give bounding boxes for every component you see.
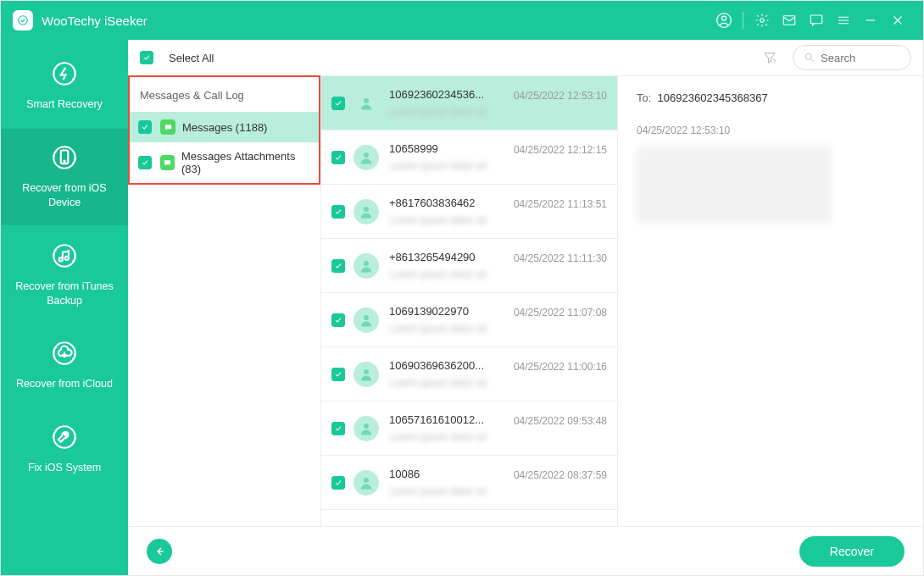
close-icon[interactable] [884, 7, 911, 34]
svg-point-21 [364, 369, 369, 374]
mail-icon[interactable] [776, 7, 803, 34]
to-label: To: [637, 91, 651, 104]
category-messages-attachments[interactable]: Messages Attachments (83) [130, 142, 319, 183]
message-item[interactable]: +8617603836462 Lorem ipsum dolor sit 04/… [321, 185, 617, 239]
category-checkbox[interactable] [138, 120, 152, 134]
avatar-icon [353, 470, 379, 496]
search-box[interactable] [793, 45, 911, 70]
message-number: 1069139022970 [389, 305, 507, 318]
recover-button[interactable]: Recover [799, 536, 905, 567]
message-time: 04/25/2022 09:53:48 [514, 415, 607, 427]
svg-point-2 [722, 16, 726, 20]
message-time: 04/25/2022 11:00:16 [514, 361, 607, 373]
app-logo [13, 10, 33, 30]
message-checkbox[interactable] [331, 151, 345, 164]
message-item[interactable]: 10086 Lorem ipsum dolor sit 04/25/2022 0… [321, 456, 617, 510]
svg-point-15 [805, 53, 811, 59]
minimize-icon[interactable] [857, 7, 884, 34]
message-preview: Lorem ipsum dolor sit [389, 269, 507, 280]
svg-point-23 [364, 478, 369, 483]
svg-point-3 [760, 19, 765, 23]
message-checkbox[interactable] [331, 368, 345, 381]
message-checkbox[interactable] [331, 205, 345, 219]
category-checkbox[interactable] [138, 156, 152, 169]
select-all-checkbox[interactable] [140, 51, 153, 64]
svg-point-6 [53, 63, 75, 85]
svg-point-16 [364, 98, 369, 103]
main-panel: Select All Messages & Call Log Message [128, 40, 923, 575]
sidebar-item-label: Smart Recovery [6, 97, 123, 112]
sidebar-item-recover-itunes[interactable]: Recover from iTunes Backup [1, 227, 128, 324]
avatar-icon [353, 307, 379, 333]
back-button[interactable] [147, 539, 172, 564]
message-preview: Lorem ipsum dolor sit [389, 431, 507, 443]
message-preview: Lorem ipsum dolor sit [389, 323, 507, 335]
detail-to: To: 106923602345368367 [637, 91, 905, 104]
avatar-icon [353, 253, 379, 279]
sidebar-item-label: Recover from iOS Device [6, 181, 123, 210]
feedback-icon[interactable] [803, 7, 830, 34]
account-icon[interactable] [710, 7, 738, 34]
detail-timestamp: 04/25/2022 12:53:10 [637, 125, 905, 136]
svg-point-17 [364, 152, 369, 158]
avatar-icon [353, 199, 379, 224]
message-checkbox[interactable] [331, 476, 345, 490]
svg-point-18 [364, 207, 369, 212]
category-messages[interactable]: Messages (1188) [130, 112, 319, 142]
avatar-icon [353, 416, 379, 441]
svg-point-0 [19, 16, 28, 25]
message-time: 04/25/2022 11:13:51 [514, 198, 607, 210]
svg-point-19 [364, 261, 369, 266]
filter-button[interactable] [759, 47, 781, 69]
highlight-box: Messages & Call Log Messages (1188) Mess… [128, 75, 320, 185]
sidebar-item-recover-ios[interactable]: Recover from iOS Device [1, 129, 128, 225]
app-title: WooTechy iSeeker [42, 14, 148, 28]
message-time: 04/25/2022 12:12:15 [514, 144, 607, 156]
category-column: Messages & Call Log Messages (1188) Mess… [128, 76, 321, 526]
category-label: Messages Attachments (83) [181, 150, 310, 175]
message-checkbox[interactable] [331, 259, 345, 273]
message-number: +8617603836462 [389, 197, 507, 209]
message-time: 04/25/2022 12:53:10 [514, 90, 607, 102]
avatar-icon [353, 145, 379, 170]
message-time: 04/25/2022 08:37:59 [514, 469, 607, 481]
message-preview: Lorem ipsum dolor sit [389, 485, 507, 497]
message-checkbox[interactable] [331, 313, 345, 327]
detail-panel: To: 106923602345368367 04/25/2022 12:53:… [618, 76, 923, 526]
message-preview: Lorem ipsum dolor sit [389, 160, 507, 172]
sidebar-item-label: Recover from iCloud [6, 377, 123, 391]
toolbar: Select All [128, 40, 923, 75]
menu-icon[interactable] [830, 7, 857, 34]
message-number: 10086 [389, 468, 507, 480]
category-label: Messages (1188) [182, 121, 267, 134]
avatar-icon [353, 91, 379, 116]
message-checkbox[interactable] [331, 422, 345, 435]
svg-point-22 [364, 424, 369, 429]
message-checkbox[interactable] [331, 97, 345, 110]
sidebar-item-smart-recovery[interactable]: Smart Recovery [1, 45, 128, 127]
message-number: 10657161610012... [389, 413, 507, 426]
message-item[interactable]: 10690369636200... Lorem ipsum dolor sit … [321, 347, 617, 402]
search-input[interactable] [821, 52, 897, 64]
message-time: 04/25/2022 11:07:08 [514, 307, 607, 318]
category-header: Messages & Call Log [130, 77, 319, 112]
footer: Recover [128, 526, 923, 575]
message-item[interactable]: 10658999 Lorem ipsum dolor sit 04/25/202… [321, 130, 617, 185]
message-item[interactable]: 1069139022970 Lorem ipsum dolor sit 04/2… [321, 293, 617, 347]
message-item[interactable]: 10692360234536... Lorem ipsum dolor sit … [321, 76, 617, 130]
app-window: WooTechy iSeeker Smart Recovery Recover … [0, 0, 924, 576]
sidebar-item-fix-ios[interactable]: Fix iOS System [1, 408, 128, 490]
svg-point-9 [64, 160, 64, 161]
sidebar: Smart Recovery Recover from iOS Device R… [1, 40, 128, 575]
settings-icon[interactable] [749, 7, 776, 34]
message-number: +8613265494290 [389, 251, 507, 263]
sidebar-item-recover-icloud[interactable]: Recover from iCloud [1, 324, 128, 407]
message-list[interactable]: 10692360234536... Lorem ipsum dolor sit … [321, 76, 618, 526]
avatar-icon [353, 362, 379, 387]
message-item[interactable]: 10657161610012... Lorem ipsum dolor sit … [321, 402, 617, 456]
message-number: 10658999 [389, 142, 507, 155]
messages-icon [160, 119, 175, 135]
message-item[interactable]: +8613265494290 Lorem ipsum dolor sit 04/… [321, 239, 617, 293]
titlebar: WooTechy iSeeker [1, 1, 923, 40]
select-all-label: Select All [169, 52, 214, 64]
